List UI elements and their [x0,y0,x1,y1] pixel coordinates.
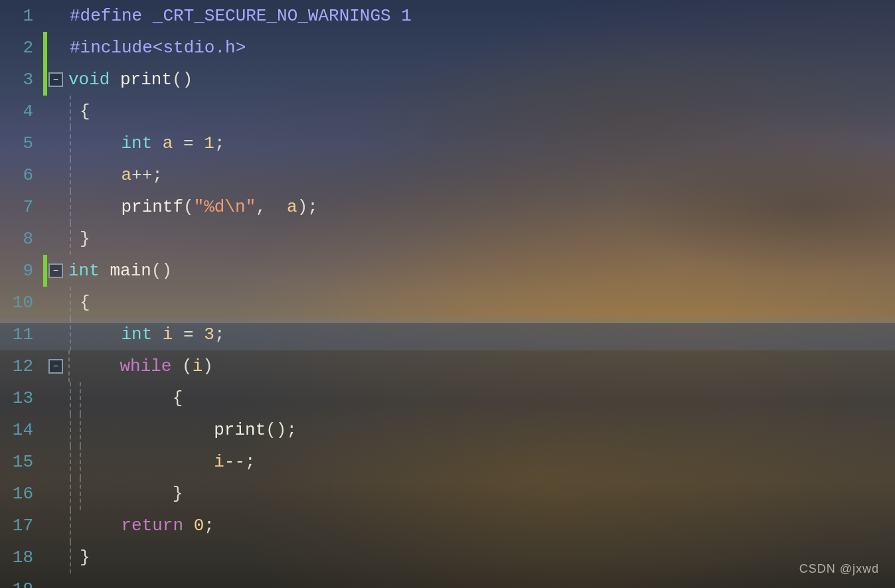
line-number-17: 17 [0,510,43,542]
code-content-18: } [64,542,90,573]
code-line-2: 2#include<stdio.h> [0,32,895,64]
token-punc: } [80,548,90,567]
token-punc: ; [214,133,225,153]
token-var: i [193,356,203,376]
code-content-9: int main() [63,255,172,287]
code-line-13: 13 { [0,382,895,414]
line-number-16: 16 [0,478,43,510]
fold-button-line-12[interactable]: − [48,359,63,374]
token-var: a [287,197,297,217]
indent-guide [68,350,70,382]
code-content-13: { [64,382,183,414]
code-content-4: { [64,96,90,127]
code-line-11: 11 int i = 3; [0,319,895,350]
code-line-3: 3−void print() [0,64,895,96]
token-punc: } [80,229,90,249]
line-number-2: 2 [0,32,43,64]
line-number-1: 1 [0,0,43,32]
green-bar-9 [43,255,47,287]
indent-guide [70,191,71,223]
token-punc: ( [171,356,192,376]
token-num: 1 [204,133,214,153]
green-bar-2 [43,32,47,64]
fold-button-line-9[interactable]: − [48,263,63,278]
token-op: -- [224,452,245,472]
token-fn-name: print [120,70,172,90]
token-kw-return: return [121,516,193,536]
code-line-19: 19 [0,573,895,588]
code-content-5: int a = 1; [64,127,224,159]
code-line-5: 5 int a = 1; [0,127,895,159]
token-punc: ; [152,165,163,185]
code-content-17: return 0; [64,510,214,542]
indent-guide [80,446,81,478]
token-punc: ; [204,516,214,536]
indent-guide [70,96,71,127]
token-punc: { [80,293,90,313]
token-fn-name: print [214,420,266,440]
code-line-6: 6 a++; [0,159,895,191]
indent-guide [70,159,71,191]
code-content-7: printf("%d\n", a); [64,191,318,223]
fold-button-line-3[interactable]: − [48,72,63,87]
code-content-12: while (i) [63,350,213,382]
line-number-12: 12 [0,350,43,382]
token-kw-int: int [121,133,162,153]
token-var: a [163,133,173,153]
indent-guide [70,478,71,510]
line-number-7: 7 [0,191,43,223]
code-content-14: print(); [64,414,297,446]
code-line-8: 8} [0,223,895,255]
token-num: 3 [204,325,214,344]
code-line-4: 4{ [0,96,895,127]
token-num: 0 [194,516,204,536]
token-kw-while: while [120,356,171,376]
green-bar-3 [43,64,47,96]
token-kw-void: void [68,70,120,90]
code-line-16: 16 } [0,478,895,510]
line-number-19: 19 [0,573,43,588]
line-number-9: 9 [0,255,43,287]
code-content-6: a++; [64,159,163,191]
token-punc: { [173,388,183,408]
indent-guide [70,414,71,446]
token-punc: = [173,133,204,153]
token-punc: ; [214,325,225,344]
watermark: CSDN @jxwd [799,562,879,576]
code-content-16: } [64,478,183,510]
line-number-8: 8 [0,223,43,255]
code-line-17: 17 return 0; [0,510,895,542]
code-content-2: #include<stdio.h> [64,32,246,64]
line-number-13: 13 [0,382,43,414]
indent-guide [70,510,71,542]
token-var: i [163,325,173,344]
line-number-18: 18 [0,542,43,573]
token-fn-name: printf [121,197,183,217]
code-line-7: 7 printf("%d\n", a); [0,191,895,223]
indent-guide [80,382,81,414]
line-number-4: 4 [0,96,43,127]
line-number-5: 5 [0,127,43,159]
code-line-15: 15 i--; [0,446,895,478]
token-preproc: #include<stdio.h> [70,38,246,58]
token-kw-int: int [68,261,110,281]
indent-guide [70,319,71,350]
indent-guide [70,446,71,478]
line-number-10: 10 [0,287,43,319]
token-kw-int: int [121,325,162,344]
token-punc: { [80,102,90,121]
line-number-14: 14 [0,414,43,446]
token-op: ++ [131,165,152,185]
token-fn-name: main [110,261,151,281]
indent-guide [70,542,71,573]
indent-guide [80,414,81,446]
code-line-18: 18} [0,542,895,573]
token-punc: () [172,70,193,90]
code-line-1: 1#define _CRT_SECURE_NO_WARNINGS 1 [0,0,895,32]
code-content-3: void print() [63,64,193,96]
token-punc: ; [245,452,256,472]
code-line-14: 14 print(); [0,414,895,446]
token-punc: ) [203,356,213,376]
code-content-15: i--; [64,446,256,478]
code-content-1: #define _CRT_SECURE_NO_WARNINGS 1 [64,0,412,32]
